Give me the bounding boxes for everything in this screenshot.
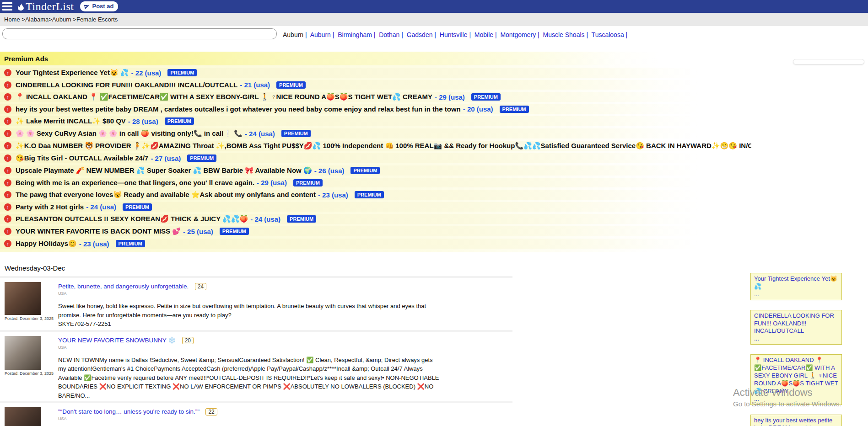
premium-ad-title[interactable]: ✨ Lake Merritt INCALL✨ $80 QV [16,117,126,125]
city-link[interactable]: Birmingham [338,31,372,38]
premium-ad-age: - 22 (usa) [131,69,162,77]
sidebar-ad-box[interactable]: hey its your best wettes petite baby DRE… [750,415,842,426]
premium-ad-title[interactable]: 📍 INCALL OAKLAND 📍 ✅FACETIME/CAR✅ WITH A… [16,93,432,101]
premium-ad-row: ↑ Happy HOlidays😊 - 23 (usa) PREMIUM [0,239,751,249]
breadcrumb-link[interactable]: Auburn [52,16,71,23]
sidebar-ad-ellipsis: ... [754,335,838,343]
premium-badge: PREMIUM [281,130,311,137]
premium-ad-title[interactable]: ✨K.O Daa NUMBER 🐯 PROVIDER 🧍✨💋AMAZING Th… [16,142,751,150]
search-input[interactable] [2,28,277,39]
city-link[interactable]: Huntsville [440,31,468,38]
premium-ad-age: - 29 (usa) [257,179,287,186]
breadcrumb-link[interactable]: Female Escorts [76,16,118,23]
premium-ad-age: - 21 (usa) [240,81,270,89]
premium-ad-title[interactable]: Your Tightest Experience Yet😺 💦 [16,69,129,77]
premium-badge: PREMIUM [287,215,316,223]
breadcrumb-link[interactable]: Alabama [25,16,49,23]
listing-title-link[interactable]: Petite, brunette, and dangerously unforg… [58,283,189,290]
city-separator: | [624,31,628,38]
listing-list: Posted: December 3, 2025 Petite, brunett… [0,276,512,426]
sidebar-ad-box[interactable]: 📍 INCALL OAKLAND 📍 ✅FACETIME/CAR✅ WITH A… [750,354,842,405]
listing-content: YOUR NEW FAVORITE SNOWBUNNY ❄️ 20 USA NE… [54,336,440,400]
listing-feed: Wednesday-03-Dec Posted: December 3, 202… [0,261,512,426]
up-arrow-icon: ↑ [4,203,11,211]
premium-ad-row: ↑ hey its your best wettes petite baby D… [0,104,751,114]
sidebar-ad-title: CINDERELLA LOOKING FOR FUN!!! OAKLAND!!!… [754,312,834,335]
premium-ad-title[interactable]: Happy HOlidays😊 [16,240,77,248]
premium-ad-row: ↑ YOUR WINTER FAVORITE IS BACK DONT MISS… [0,226,751,236]
city-separator: | [399,31,404,38]
up-arrow-icon: ↑ [4,69,11,76]
city-link[interactable]: Montgomery [500,31,536,38]
city-separator: | [432,31,437,38]
brand-logo[interactable]: TinderList [17,0,74,13]
premium-ad-age: - 23 (usa) [318,191,348,199]
listing-photo[interactable] [5,407,41,426]
city-separator: | [331,31,336,38]
premium-badge: PREMIUM [293,179,323,186]
listing-photo[interactable] [5,336,41,370]
city-link[interactable]: Gadsden [407,31,433,38]
sidebar-ad-box[interactable]: Your Tightest Experience Yet😺 💦 ... [750,273,842,300]
premium-ad-age: - 28 (usa) [128,117,158,125]
premium-ad-title[interactable]: YOUR WINTER FAVORITE IS BACK DONT MISS 💕 [16,227,181,235]
premium-ad-title[interactable]: PLEASANTON OUTCALLS !! SEXY KOREAN💋 THIC… [16,215,248,223]
premium-ad-row: ↑ Your Tightest Experience Yet😺 💦 - 22 (… [0,68,751,78]
breadcrumb-link[interactable]: Home [4,16,20,23]
listing-title-link[interactable]: "“Don't stare too long… unless you're re… [58,408,199,415]
premium-heading: Premium Ads [0,52,751,65]
premium-ad-title[interactable]: CINDERELLA LOOKING FOR FUN!!! OAKLAND!!!… [16,81,237,89]
premium-section: Premium Ads ↑ Your Tightest Experience Y… [0,52,751,252]
premium-ad-title[interactable]: The pawg that everyone loves😼 Ready and … [16,191,316,199]
premium-badge: PREMIUM [276,81,306,89]
city-link[interactable]: Auburn [283,31,303,38]
sidebar-ad-box[interactable]: CINDERELLA LOOKING FOR FUN!!! OAKLAND!!!… [750,310,842,345]
breadcrumb: Home > Alabama> Auburn > Female Escorts [0,13,868,26]
premium-badge: PREMIUM [350,167,380,174]
premium-ad-row: ↑ Upscale Playmate 🧨 NEW NUMBER 💦 Super … [0,165,751,176]
premium-ad-row: ↑ The pawg that everyone loves😼 Ready an… [0,190,751,200]
premium-ad-title[interactable]: 😘Big Tits Girl - OUTCALL Available 24/7 [16,154,148,162]
listing-content: "“Don't stare too long… unless you're re… [54,407,440,426]
city-link[interactable]: Dothan [379,31,399,38]
city-link[interactable]: Tuscaloosa [592,31,624,38]
premium-ad-title[interactable]: Upscale Playmate 🧨 NEW NUMBER 💦 Super So… [16,166,312,175]
listing-thumb-column: Posted: December 3, 2025 [5,282,54,329]
premium-ad-title[interactable]: 🌸 🌸 Sexy CuRvy Asian 🌸 🌸 in call 🍑 visit… [16,129,243,138]
city-link[interactable]: Mobile [474,31,493,38]
premium-ads-list: ↑ Your Tightest Experience Yet😺 💦 - 22 (… [0,68,751,249]
up-arrow-icon: ↑ [4,142,11,149]
up-arrow-icon: ↑ [4,215,11,223]
posted-date: Posted: December 3, 2025 [5,316,54,321]
sidebar-ad-ellipsis: ... [754,291,838,298]
up-arrow-icon: ↑ [4,228,11,235]
city-link[interactable]: Auburn [310,31,331,38]
listing-description: NEW IN TOWNMy name is Dallas !Seductive,… [58,356,440,400]
city-separator: | [585,31,590,38]
premium-ad-title[interactable]: Being with me is an experience—one that … [16,179,254,186]
breadcrumb-separator: > [20,16,25,23]
premium-ad-row: ↑ 😘Big Tits Girl - OUTCALL Available 24/… [0,153,751,163]
city-separator: | [493,31,498,38]
premium-ad-title[interactable]: hey its your best wettes petite baby DRE… [16,105,461,113]
city-link[interactable]: Muscle Shoals [543,31,585,38]
menu-icon[interactable] [1,1,13,11]
date-header: Wednesday-03-Dec [0,261,512,276]
page: TinderList Post ad Home > Alabama> Aubur… [0,0,868,426]
listing-content: Petite, brunette, and dangerously unforg… [54,282,440,329]
premium-ad-row: ↑ PLEASANTON OUTCALLS !! SEXY KOREAN💋 TH… [0,214,751,224]
up-arrow-icon: ↑ [4,81,11,89]
up-arrow-icon: ↑ [4,240,11,247]
listing-photo[interactable] [5,282,41,315]
sidebar-ad-ellipsis: ... [754,395,838,403]
premium-ad-age: - 23 (usa) [79,240,109,248]
listing-row: Posted: December 3, 2025 YOUR NEW FAVORI… [0,330,512,402]
breadcrumb-separator: > [71,16,76,23]
sidebar-ad-title: Your Tightest Experience Yet😺 💦 [754,275,837,290]
premium-ad-title[interactable]: Party with 2 Hot girls [16,203,84,211]
premium-badge: PREMIUM [116,240,145,247]
listing-title-link[interactable]: YOUR NEW FAVORITE SNOWBUNNY ❄️ [58,337,176,344]
post-ad-button[interactable]: Post ad [80,1,118,11]
sidebar-ad-title: 📍 INCALL OAKLAND 📍 ✅FACETIME/CAR✅ WITH A… [754,357,838,394]
listing-thumb-column: Posted: December 3, 2025 [5,407,54,426]
